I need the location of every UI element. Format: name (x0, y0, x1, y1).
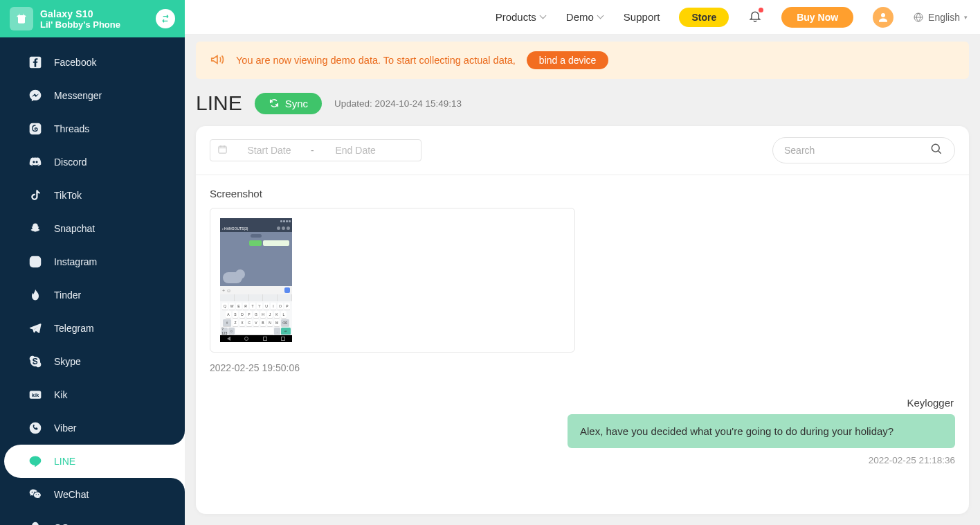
svg-point-3 (33, 260, 38, 265)
sidebar-item-label: Snapchat (54, 223, 95, 234)
svg-point-4 (38, 258, 39, 260)
facebook-icon (28, 55, 43, 70)
sidebar-item-label: Messenger (54, 90, 102, 101)
start-date-input[interactable] (235, 145, 304, 156)
sidebar-item-skype[interactable]: Skype (0, 345, 185, 378)
sidebar-item-messenger[interactable]: Messenger (0, 79, 185, 112)
sidebar-item-line[interactable]: LINE (4, 445, 185, 478)
banner-text: You are now viewing demo data. To start … (236, 55, 516, 66)
line-icon (28, 454, 43, 469)
sidebar-item-label: Discord (54, 157, 87, 168)
svg-point-11 (932, 144, 939, 152)
sidebar-item-qq[interactable]: QQ (0, 511, 185, 525)
sidebar-item-label: Telegram (54, 323, 94, 334)
sidebar-nav[interactable]: FacebookMessengerThreadsDiscordTikTokSna… (0, 37, 185, 525)
end-date-input[interactable] (321, 145, 390, 156)
sidebar-item-label: Kik (54, 389, 67, 400)
bind-device-button[interactable]: bind a device (527, 51, 609, 69)
account-avatar[interactable] (873, 7, 893, 28)
discord-icon (28, 154, 43, 170)
tinder-icon (28, 287, 43, 303)
search-input[interactable] (784, 145, 923, 156)
screenshot-timestamp: 2022-02-25 19:50:06 (210, 362, 955, 373)
notifications-button[interactable] (748, 9, 762, 26)
screenshot-section: Screenshot ‹ HANGOUTS(3) + ☺ (210, 188, 955, 373)
sidebar-item-label: QQ (54, 522, 69, 525)
device-name: Lil' Bobby's Phone (40, 19, 149, 30)
notification-dot (759, 8, 763, 12)
device-model: Galaxy S10 (40, 8, 149, 19)
phone-mockup: ‹ HANGOUTS(3) + ☺ QWERTYUIOP ASDFGHJKL (220, 218, 292, 342)
sync-icon (269, 98, 280, 109)
megaphone-icon (210, 52, 225, 69)
snapchat-icon (28, 221, 43, 236)
svg-text:kik: kik (32, 392, 39, 398)
date-range-picker[interactable]: - (210, 139, 421, 161)
sidebar-item-facebook[interactable]: Facebook (0, 46, 185, 79)
sidebar-item-wechat[interactable]: WeChat (0, 478, 185, 511)
tiktok-icon (28, 188, 43, 203)
search-box[interactable] (772, 137, 955, 163)
sidebar-item-label: Skype (54, 356, 81, 367)
sidebar: Galaxy S10 Lil' Bobby's Phone FacebookMe… (0, 0, 185, 525)
screenshot-thumbnail[interactable]: ‹ HANGOUTS(3) + ☺ QWERTYUIOP ASDFGHJKL (210, 208, 575, 353)
topbar: Products Demo Support Store Buy Now Engl… (185, 0, 980, 35)
svg-rect-10 (219, 146, 226, 153)
qq-icon (28, 520, 43, 525)
sidebar-item-threads[interactable]: Threads (0, 112, 185, 145)
content-card: - Screenshot ‹ HANGOUTS(3) (196, 126, 969, 514)
sidebar-item-label: TikTok (54, 190, 82, 201)
page-title: LINE (196, 91, 242, 115)
swap-device-button[interactable] (156, 9, 175, 28)
sidebar-item-label: Viber (54, 422, 76, 434)
nav-support[interactable]: Support (624, 11, 660, 23)
device-header: Galaxy S10 Lil' Bobby's Phone (0, 0, 185, 37)
calendar-icon (217, 144, 228, 157)
sidebar-item-viber[interactable]: Viber (0, 411, 185, 445)
screenshot-label: Screenshot (210, 188, 955, 199)
sidebar-item-label: LINE (54, 456, 75, 467)
buy-now-button[interactable]: Buy Now (781, 7, 853, 28)
keylogger-section: Keylogger Alex, have you decided what yo… (210, 397, 955, 465)
updated-label: Updated: 2024-10-24 15:49:13 (334, 98, 462, 109)
nav-demo[interactable]: Demo (566, 11, 603, 23)
svg-point-8 (881, 13, 885, 17)
demo-banner: You are now viewing demo data. To start … (196, 42, 969, 79)
sidebar-item-snapchat[interactable]: Snapchat (0, 212, 185, 245)
sidebar-item-label: Tinder (54, 290, 81, 301)
sidebar-item-label: Facebook (54, 57, 96, 68)
sidebar-item-kik[interactable]: kikKik (0, 378, 185, 411)
language-selector[interactable]: English ▾ (913, 12, 968, 23)
threads-icon (28, 121, 43, 136)
sidebar-item-telegram[interactable]: Telegram (0, 312, 185, 345)
sidebar-item-tiktok[interactable]: TikTok (0, 179, 185, 212)
sidebar-item-instagram[interactable]: Instagram (0, 245, 185, 278)
wechat-icon (28, 487, 43, 502)
viber-icon (28, 420, 43, 436)
messenger-icon (28, 88, 43, 103)
svg-point-7 (30, 422, 42, 434)
instagram-icon (28, 254, 43, 269)
nav-products[interactable]: Products (496, 11, 545, 23)
keylogger-timestamp: 2022-02-25 21:18:36 (210, 455, 955, 465)
keylogger-label: Keylogger (210, 397, 955, 409)
search-icon (929, 142, 943, 159)
sidebar-item-tinder[interactable]: Tinder (0, 278, 185, 312)
android-icon (10, 7, 33, 30)
telegram-icon (28, 321, 43, 336)
sidebar-item-label: Instagram (54, 256, 97, 267)
sidebar-item-label: Threads (54, 123, 89, 134)
sidebar-item-discord[interactable]: Discord (0, 145, 185, 179)
skype-icon (28, 354, 43, 369)
keylogger-bubble: Alex, have you decided what you're going… (568, 414, 955, 448)
kik-icon: kik (28, 387, 43, 402)
sidebar-item-label: WeChat (54, 489, 89, 500)
sync-button[interactable]: Sync (255, 93, 322, 114)
store-button[interactable]: Store (679, 8, 729, 27)
